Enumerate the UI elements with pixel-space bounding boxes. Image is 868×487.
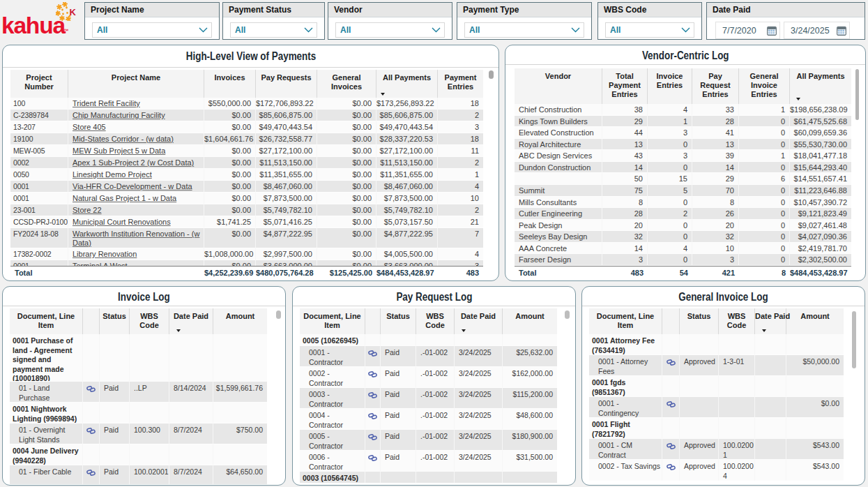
svg-text:K: K [70, 7, 77, 17]
